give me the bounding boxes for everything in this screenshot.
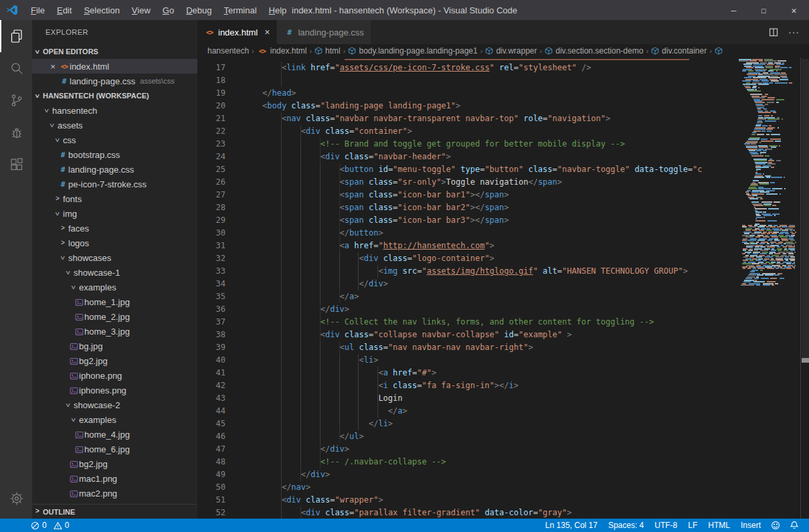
tree-item-examples[interactable]: >examples (32, 412, 197, 427)
code-line[interactable]: 27 <span class="icon-bar bar1"></span> (197, 189, 736, 201)
tree-item-home_3-jpg[interactable]: home_3.jpg (32, 324, 197, 339)
status-error-count[interactable]: 0 (31, 521, 52, 530)
code-line[interactable]: 29 <span class="icon-bar bar3"></span> (197, 214, 736, 227)
menu-go[interactable]: Go (157, 5, 180, 15)
menu-file[interactable]: File (25, 5, 51, 15)
overview-ruler[interactable] (800, 58, 809, 519)
tree-item-showcases[interactable]: >showcases (32, 250, 197, 265)
status-problems[interactable]: 00 (0, 521, 74, 530)
code-line[interactable]: 17 <link href="assets/css/pe-icon-7-stro… (197, 62, 736, 74)
code-line[interactable]: 46 </ul> (197, 430, 736, 443)
tree-item-iphones-png[interactable]: iphones.png (32, 383, 197, 397)
code-line[interactable]: 34 </div> (197, 278, 736, 290)
tree-item-showcase-2[interactable]: >showcase-2 (32, 397, 197, 412)
tree-item-hansentech[interactable]: >hansentech (32, 103, 197, 118)
activity-item-explorer[interactable] (0, 20, 32, 52)
status-feedback-icon[interactable] (766, 521, 785, 530)
status-item-html[interactable]: HTML (703, 521, 735, 530)
tree-item-assets[interactable]: >assets (32, 118, 197, 132)
tree-item-bg-jpg[interactable]: bg.jpg (32, 339, 197, 353)
minimize-button[interactable]: — (719, 0, 749, 20)
code-line[interactable]: 19</head> (197, 87, 736, 100)
tree-item-landing-page-css[interactable]: #landing-page.css (32, 162, 197, 177)
code-line[interactable]: 23 <!-- Brand and toggle get grouped for… (197, 138, 736, 151)
menu-help[interactable]: Help (263, 5, 293, 15)
status-item-spaces-4[interactable]: Spaces: 4 (603, 521, 649, 530)
code-line[interactable]: 30 </button> (197, 227, 736, 240)
code-line[interactable]: 39 <ul class="nav navbar-nav navbar-righ… (197, 341, 736, 354)
tree-item-pe-icon-7-stroke-css[interactable]: #pe-icon-7-stroke.css (32, 177, 197, 191)
tree-item-showcase-1[interactable]: >showcase-1 (32, 265, 197, 280)
code-line[interactable]: 31 <a href="http://hansentech.com"> (197, 240, 736, 252)
tab-landing-page.css[interactable]: #landing-page.css (277, 20, 371, 44)
open-editor-item[interactable]: ×<>index.html (32, 59, 197, 74)
menu-debug[interactable]: Debug (180, 5, 217, 15)
breadcrumb-item[interactable]: div.container (651, 46, 707, 56)
code-line[interactable]: 41 <a href="#"> (197, 367, 736, 379)
code-line[interactable]: 48 <!-- /.navbar-collapse --> (197, 456, 736, 468)
close-button[interactable]: ✕ (779, 0, 809, 20)
code-line[interactable]: 43 Login (197, 392, 736, 405)
breadcrumb-item[interactable]: div.wrapper (485, 46, 537, 56)
status-item-lf[interactable]: LF (683, 521, 703, 530)
code-line[interactable]: 42 <i class="fa fa-sign-in"></i> (197, 379, 736, 392)
code-line[interactable]: 51 <div class="wrapper"> (197, 494, 736, 507)
code-line[interactable]: 20<body class="landing-page landing-page… (197, 100, 736, 112)
close-icon[interactable]: × (264, 27, 270, 37)
code-line[interactable]: 52 <div class="parallax filter-gradient"… (197, 507, 736, 519)
code-line[interactable]: 22 <div class="container"> (197, 125, 736, 138)
code-line[interactable]: 45 </li> (197, 418, 736, 430)
code-line[interactable]: 50 </nav> (197, 481, 736, 494)
tree-item-css[interactable]: >css (32, 132, 197, 147)
breadcrumb-item[interactable]: body.landing-page.landing-page1 (348, 46, 477, 56)
menu-terminal[interactable]: Terminal (217, 5, 262, 15)
code-line[interactable]: 47 </div> (197, 443, 736, 456)
tree-item-mac1-png[interactable]: mac1.png (32, 471, 197, 486)
more-actions-icon[interactable]: ··· (788, 27, 800, 37)
code-line[interactable]: 25 <button id="menu-toggle" type="button… (197, 163, 736, 176)
code-line[interactable]: 26 <span class="sr-only">Toggle navigati… (197, 176, 736, 189)
status-warning-count[interactable]: 0 (54, 521, 75, 530)
split-editor-icon[interactable] (768, 27, 779, 37)
breadcrumb-item[interactable] (715, 47, 725, 55)
workspace-header[interactable]: > HANSENTECH (WORKSPACE) (32, 88, 197, 103)
status-bell-icon[interactable] (785, 521, 804, 530)
tree-item-home_6-jpg[interactable]: home_6.jpg (32, 442, 197, 456)
code-line[interactable]: 35 </a> (197, 290, 736, 303)
tree-item-home_2-jpg[interactable]: home_2.jpg (32, 309, 197, 324)
tree-item-faces[interactable]: >faces (32, 221, 197, 236)
code-line[interactable]: 18 (197, 74, 736, 87)
tree-item-home_4-jpg[interactable]: home_4.jpg (32, 427, 197, 442)
code-line[interactable]: 38 <div class="collapse navbar-collapse"… (197, 329, 736, 341)
tree-item-logos[interactable]: >logos (32, 236, 197, 250)
breadcrumb-item[interactable]: div.section.section-demo (545, 46, 643, 56)
code-line[interactable]: 44 </a> (197, 405, 736, 418)
minimap[interactable] (736, 58, 800, 519)
code-line[interactable]: 36 </div> (197, 303, 736, 316)
code-line[interactable]: 28 <span class="icon-bar bar2"></span> (197, 201, 736, 214)
outline-header[interactable]: > OUTLINE (32, 504, 197, 519)
activity-item-extensions[interactable] (0, 149, 32, 181)
menu-view[interactable]: View (126, 5, 157, 15)
code-line[interactable]: 24 <div class="navbar-header"> (197, 151, 736, 163)
scrollbar-thumb[interactable] (802, 59, 809, 361)
tree-item-bootstrap-css[interactable]: #bootstrap.css (32, 147, 197, 162)
tree-item-mac2-png[interactable]: mac2.png (32, 486, 197, 501)
code-line[interactable]: 32 <div class="logo-container"> (197, 252, 736, 265)
code-line[interactable]: 49 </div> (197, 468, 736, 481)
tree-item-fonts[interactable]: >fonts (32, 191, 197, 206)
code-line[interactable]: 40 <li> (197, 354, 736, 367)
tab-index.html[interactable]: <>index.html× (197, 20, 277, 44)
code-line[interactable]: 33 <img src="assets/img/htglogo.gif" alt… (197, 265, 736, 278)
open-editor-item[interactable]: #landing-page.cssassets\css (32, 74, 197, 88)
activity-item-settings[interactable] (0, 482, 32, 515)
breadcrumb-item[interactable]: <>index.html (257, 46, 307, 56)
tree-item-examples[interactable]: >examples (32, 280, 197, 294)
activity-item-source-control[interactable] (0, 84, 32, 116)
tree-item-iphone-png[interactable]: iphone.png (32, 368, 197, 383)
status-item-utf-8[interactable]: UTF-8 (649, 521, 683, 530)
breadcrumb-item[interactable]: html (314, 46, 341, 56)
maximize-button[interactable]: ☐ (749, 0, 779, 20)
close-icon[interactable]: × (47, 62, 59, 72)
open-editors-header[interactable]: > OPEN EDITORS (32, 44, 197, 59)
